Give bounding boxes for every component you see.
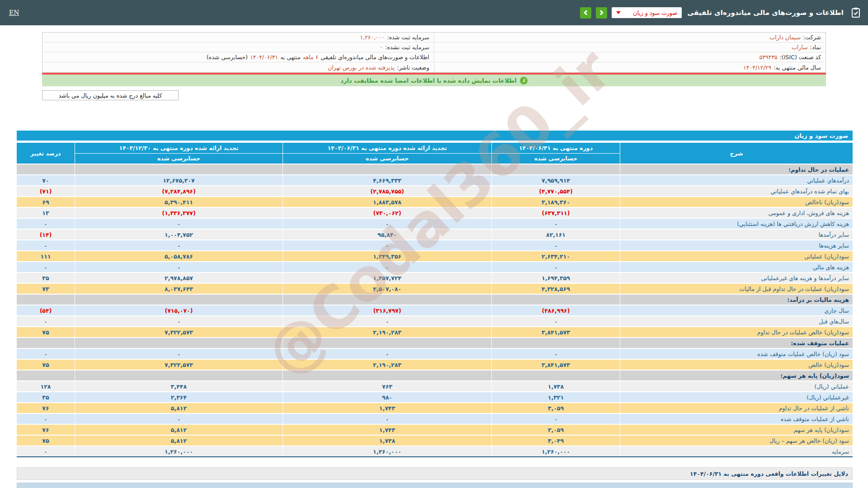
value-cell: ۰: [17, 219, 75, 229]
value-cell: ۱۱۱: [17, 251, 75, 261]
field-value: سیمان داراب: [769, 34, 801, 41]
value-cell: ۰: [283, 262, 491, 272]
value-cell: ۳,۸۴۱,۵۷۳: [492, 327, 620, 337]
collapsed-section-bar[interactable]: [17, 483, 853, 488]
value-cell: ۰: [17, 316, 75, 326]
value-cell: ۰: [492, 349, 620, 359]
data-row: سود(زیان) خالص عملیات در حال تداوم۳,۸۴۱,…: [17, 327, 853, 337]
value-cell: [283, 164, 491, 174]
value-cell: ۰: [283, 316, 491, 326]
value-cell: ۰: [17, 414, 75, 424]
value-cell: ۰: [75, 349, 283, 359]
value-cell: ۳,۸۴۱,۵۷۳: [492, 360, 620, 370]
data-row: سال جاري(۴۸۶,۹۹۶)(۳۱۶,۷۹۷)(۷۱۵,۰۷۰)(۵۴): [17, 305, 853, 315]
data-row: سود (زیان) خالص عملیات متوقف شده۰۰۰۰: [17, 349, 853, 359]
info-row: شرکت: سیمان داراب سرمایه ثبت شده: ۱,۲۶۰,…: [42, 33, 826, 42]
row-label: عملیاتي (ریال): [620, 381, 853, 391]
value-cell: ۱,۲۶۰,۰۰۰: [283, 446, 491, 456]
value-cell: [17, 338, 75, 348]
statement-type-dropdown[interactable]: صورت سود و زیان: [612, 7, 682, 18]
value-cell: (۵۴): [17, 305, 75, 315]
section-row: هزینه مالیات بر درآمد:: [17, 295, 853, 305]
field-value: ۱,۲۶۰,۰۰۰: [360, 34, 385, 41]
row-label: سال‌هاي قبل: [620, 316, 853, 326]
value-cell: ۰: [492, 316, 620, 326]
data-row: سود (زیان) خالص هر سهم – ریال۳,۰۴۹۱,۷۳۸۵…: [17, 436, 853, 446]
statement-body: عملیات در حال تداوم:درآمدهاي عملياتي۷,۹۵…: [17, 164, 853, 457]
period-desc-date: ۱۴۰۴/۰۶/۳۱: [250, 54, 278, 61]
data-row: عملیاتي (ریال)۱,۷۳۸۷۶۳۳,۴۴۸۱۲۸: [17, 381, 853, 391]
data-row: هزینه های فروش، اداری و عمومی(۶۳۷,۳۱۱)(۷…: [17, 208, 853, 218]
value-cell: ۱,۷۳۸: [492, 381, 620, 391]
value-cell: ۱,۷۳۸: [283, 436, 491, 446]
value-cell: ۵,۸۱۲: [75, 436, 283, 446]
field-label: کد صنعت (ISIC):: [780, 54, 821, 61]
currency-unit-note: کلیه مبالغ درج شده به میلیون ریال می باش…: [42, 90, 179, 100]
top-header-bar: اطلاعات و صورت‌های مالی میاندوره‌ای تلفی…: [0, 0, 868, 25]
period-desc-middle: منتهی به: [280, 54, 301, 61]
value-cell: [75, 371, 283, 380]
signed-match-text: اطلاعات نمایش داده شده با اطلاعات امضا ش…: [340, 77, 517, 84]
value-cell: ۰: [17, 262, 75, 272]
value-cell: ۲,۶۳۴,۲۱۰: [492, 251, 620, 261]
value-cell: [492, 371, 620, 380]
value-cell: (۶۳۷,۳۱۱): [492, 208, 620, 218]
value-cell: ۱,۷۴۳: [283, 425, 491, 435]
field-label: وضعیت ناشر:: [397, 64, 429, 71]
ticker-symbol-field: نماد: ساراب: [434, 42, 826, 52]
value-cell: ۰: [283, 414, 491, 424]
value-cell: (۷,۲۸۴,۸۹۶): [75, 186, 283, 196]
field-value: پذیرفته شده در بورس تهران: [328, 64, 395, 71]
page-title: اطلاعات و صورت‌های مالی میاندوره‌ای تلفی…: [687, 9, 844, 17]
value-cell: ۸,۰۳۷,۶۴۳: [75, 284, 283, 294]
value-cell: ۶۹: [17, 197, 75, 207]
signed-match-notice: اطلاعات نمایش داده شده با اطلاعات امضا ش…: [42, 75, 826, 86]
value-cell: ۱,۲۵۷,۷۲۴: [283, 273, 491, 283]
field-label: سرمایه ثبت نشده:: [385, 44, 429, 51]
value-cell: ۰: [283, 219, 491, 229]
row-label: بهای تمام شده درآمدهاي عملياتي: [620, 186, 853, 196]
audited-label: حسابرسی شده: [492, 154, 620, 164]
info-row: سال مالی منتهی به: ۱۴۰۴/۱۲/۲۹ وضعیت ناشر…: [42, 62, 826, 72]
statement-type-value: صورت سود و زیان: [633, 9, 677, 16]
next-statement-button[interactable]: [596, 7, 607, 19]
changes-reasons-bar[interactable]: دلایل تغییرات اطلاعات واقعی دوره منتهی ب…: [17, 467, 853, 480]
info-row: نماد: ساراب سرمایه ثبت نشده: ۰: [42, 42, 826, 52]
column-header-change-percent: درصد تغییر: [17, 143, 75, 164]
value-cell: ۰: [75, 219, 283, 229]
data-row: سود(زیان) ناخالص۳,۱۸۹,۳۶۰۱,۸۸۳,۵۷۸۵,۳۹۰,…: [17, 197, 853, 207]
value-cell: ۰: [17, 446, 75, 456]
section-row: عملیات متوقف شده:: [17, 338, 853, 348]
value-cell: ۱,۸۸۳,۵۷۸: [283, 197, 491, 207]
report-period-description: اطلاعات و صورت‌های مالی میاندوره‌ای تلفی…: [42, 52, 434, 62]
row-label: سود(زیان) عملیاتی: [620, 251, 853, 261]
value-cell: [17, 371, 75, 380]
data-row: سال‌هاي قبل۰۰۰۰: [17, 316, 853, 326]
registered-capital-field: سرمایه ثبت شده: ۱,۲۶۰,۰۰۰: [42, 33, 434, 42]
value-cell: ۵,۸۱۲: [75, 403, 283, 413]
row-label: سود (زیان) خالص عملیات متوقف شده: [620, 349, 853, 359]
audited-label: حسابرسی شده: [283, 154, 491, 164]
english-language-link[interactable]: EN: [9, 9, 19, 16]
value-cell: ۰: [492, 240, 620, 250]
company-name-field: شرکت: سیمان داراب: [434, 33, 826, 42]
column-header-restated-prior-period: تجدید ارائه شده دوره منتهی به ۱۴۰۳/۰۶/۳۱…: [283, 143, 491, 164]
field-value: ۵۳۹۴۳۵: [760, 54, 778, 61]
section-label: سود(زیان) پایه هر سهم:: [620, 371, 853, 380]
field-label: شرکت:: [803, 34, 821, 41]
value-cell: ۵,۸۱۲: [75, 425, 283, 435]
row-label: ناشي از عملیات متوقف شده: [620, 414, 853, 424]
value-cell: ۷,۹۵۹,۹۱۴: [492, 175, 620, 185]
value-cell: ۲,۳۶۴: [75, 392, 283, 402]
row-label: سرمایه: [620, 446, 853, 456]
value-cell: ۱,۳۲۱: [492, 392, 620, 402]
income-statement-table: صورت سود و زیان شرح دوره منتهی به ۱۴۰۴/۰…: [17, 131, 853, 457]
prev-statement-button[interactable]: [580, 7, 591, 19]
value-cell: ۰: [283, 240, 491, 250]
value-cell: ۳,۴۴۸: [75, 381, 283, 391]
isic-code-field: کد صنعت (ISIC): ۵۳۹۴۳۵: [434, 52, 826, 62]
value-cell: ۷۶: [17, 403, 75, 413]
value-cell: ۱۳: [17, 208, 75, 218]
value-cell: [17, 164, 75, 174]
row-label: سود (زیان) خالص هر سهم – ریال: [620, 436, 853, 446]
